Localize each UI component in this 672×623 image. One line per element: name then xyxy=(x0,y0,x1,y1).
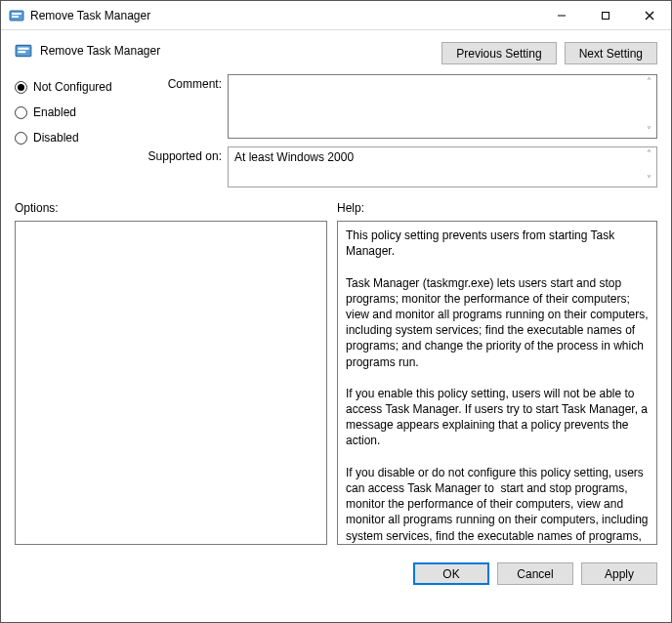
options-panel xyxy=(15,221,327,545)
chevron-down-icon: ˅ xyxy=(643,126,654,136)
state-radio-group: Not Configured Enabled Disabled xyxy=(15,74,132,187)
radio-icon xyxy=(15,81,27,94)
minimize-button[interactable] xyxy=(539,1,583,29)
header-row: Remove Task Manager Previous Setting Nex… xyxy=(1,30,671,70)
chevron-up-icon: ˄ xyxy=(643,77,654,87)
radio-label: Enabled xyxy=(33,105,76,119)
help-panel: This policy setting prevents users from … xyxy=(337,221,657,545)
supported-on-label: Supported on: xyxy=(144,146,222,163)
svg-rect-1 xyxy=(12,13,21,15)
window-title: Remove Task Manager xyxy=(30,9,539,22)
cancel-button[interactable]: Cancel xyxy=(497,562,573,585)
ok-button[interactable]: OK xyxy=(413,562,489,585)
maximize-button[interactable] xyxy=(583,1,627,29)
chevron-up-icon: ˄ xyxy=(643,149,654,159)
apply-button[interactable]: Apply xyxy=(581,562,657,585)
radio-icon xyxy=(15,132,27,145)
comment-input[interactable]: ˄ ˅ xyxy=(228,74,657,139)
help-section-label: Help: xyxy=(337,201,364,215)
radio-icon xyxy=(15,106,27,119)
previous-setting-button[interactable]: Previous Setting xyxy=(441,42,556,64)
footer: OK Cancel Apply xyxy=(1,553,671,595)
policy-icon xyxy=(15,42,32,60)
options-section-label: Options: xyxy=(15,201,327,215)
chevron-down-icon: ˅ xyxy=(643,175,654,185)
svg-rect-2 xyxy=(12,16,19,18)
svg-rect-9 xyxy=(18,51,25,53)
window-controls xyxy=(539,1,671,29)
policy-icon xyxy=(9,8,24,23)
close-button[interactable] xyxy=(627,1,671,29)
next-setting-button[interactable]: Next Setting xyxy=(565,42,657,64)
comment-label: Comment: xyxy=(144,74,222,91)
radio-enabled[interactable]: Enabled xyxy=(15,105,132,119)
policy-name: Remove Task Manager xyxy=(40,44,160,58)
svg-rect-4 xyxy=(602,12,609,19)
titlebar: Remove Task Manager xyxy=(1,1,671,30)
svg-rect-8 xyxy=(18,48,28,50)
radio-not-configured[interactable]: Not Configured xyxy=(15,80,132,94)
radio-disabled[interactable]: Disabled xyxy=(15,131,132,145)
radio-label: Disabled xyxy=(33,131,79,145)
radio-label: Not Configured xyxy=(33,80,112,94)
supported-on-box: At least Windows 2000 ˄ ˅ xyxy=(228,146,657,187)
help-text: This policy setting prevents users from … xyxy=(346,228,651,545)
supported-on-value: At least Windows 2000 xyxy=(234,150,354,164)
